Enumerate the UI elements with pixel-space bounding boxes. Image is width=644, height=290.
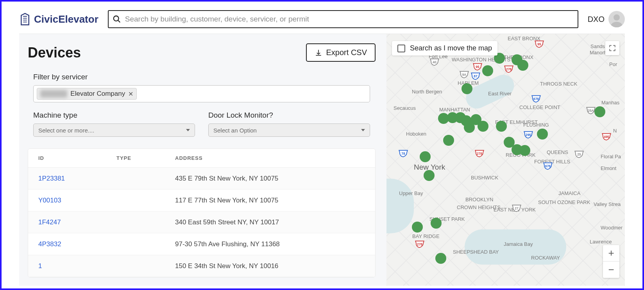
chevron-down-icon <box>186 129 190 131</box>
topbar: CivicElevator DXO <box>19 2 625 34</box>
device-id-link[interactable]: 4P3832 <box>38 240 116 248</box>
device-address: 97-30 57th Ave Flushing, NY 11368 <box>175 240 365 248</box>
servicer-filter-label: Filter by servicer <box>33 73 370 81</box>
servicer-filter-input[interactable]: XXXX Elevator Company ✕ <box>33 85 370 102</box>
page-title: Devices <box>28 45 81 61</box>
brand-logo[interactable]: CivicElevator <box>19 13 98 26</box>
servicer-chip-blurred: XXXX <box>40 90 67 98</box>
fullscreen-icon <box>609 45 616 52</box>
col-type: TYPE <box>116 155 175 161</box>
building-icon <box>19 13 31 26</box>
map-marker[interactable] <box>420 151 431 162</box>
servicer-chip: XXXX Elevator Company ✕ <box>37 88 137 100</box>
map-search-on-move: Search as I move the map <box>392 41 497 55</box>
servicer-chip-remove-icon[interactable]: ✕ <box>128 90 133 98</box>
machine-type-label: Machine type <box>33 111 195 120</box>
map-marker[interactable] <box>478 121 488 132</box>
table-row[interactable]: Y00103117 E 77th St New York, NY 10075 <box>28 190 375 211</box>
map-marker[interactable] <box>594 106 605 117</box>
map-marker[interactable] <box>435 253 446 264</box>
export-csv-button[interactable]: Export CSV <box>306 43 376 62</box>
map-marker[interactable] <box>482 65 493 76</box>
table-row[interactable]: 1P23381435 E 79th St New York, NY 10075 <box>28 168 375 190</box>
device-id-link[interactable]: Y00103 <box>38 197 116 204</box>
search-icon <box>113 15 121 23</box>
door-lock-placeholder: Select an Option <box>213 127 257 134</box>
map-marker[interactable] <box>537 129 548 140</box>
device-id-link[interactable]: 1 <box>38 262 116 270</box>
col-id: ID <box>38 155 116 161</box>
table-row[interactable]: 1150 E 34th St New York, NY 10016 <box>28 255 375 277</box>
brand-name: CivicElevator <box>34 13 98 25</box>
device-address: 340 East 59th Street NY, NY 10017 <box>175 218 365 226</box>
door-lock-select[interactable]: Select an Option <box>208 124 370 137</box>
device-id-link[interactable]: 1P23381 <box>38 175 116 183</box>
map-search-on-move-checkbox[interactable] <box>397 45 405 52</box>
map-marker[interactable] <box>412 222 423 233</box>
svg-line-1 <box>118 20 120 23</box>
zoom-in-button[interactable]: + <box>603 245 619 261</box>
zoom-out-button[interactable]: − <box>603 261 619 278</box>
device-address: 150 E 34th St New York, NY 10016 <box>175 262 365 270</box>
zoom-controls: + − <box>603 245 619 278</box>
chevron-down-icon <box>361 129 365 131</box>
left-panel: Devices Export CSV Filter by servicer XX… <box>19 34 386 286</box>
device-address: 117 E 77th St New York, NY 10075 <box>175 197 365 204</box>
map-marker[interactable] <box>464 122 475 133</box>
avatar <box>608 11 625 27</box>
map-marker[interactable] <box>462 83 472 94</box>
table-row[interactable]: 1F4247340 East 59th Street NY, NY 10017 <box>28 211 375 233</box>
map-panel[interactable]: New YorkMANHATTANBROOKLYNQUEENSFLUSHINGE… <box>386 34 625 286</box>
map-marker[interactable] <box>519 145 530 156</box>
device-address: 435 E 79th St New York, NY 10075 <box>175 175 365 183</box>
map-marker[interactable] <box>443 135 454 146</box>
table-row[interactable]: 4P383297-30 57th Ave Flushing, NY 11368 <box>28 233 375 255</box>
device-id-link[interactable]: 1F4247 <box>38 218 116 226</box>
map-marker[interactable] <box>424 170 435 181</box>
servicer-chip-text: Elevator Company <box>70 90 125 98</box>
door-lock-label: Door Lock Monitor? <box>208 111 370 120</box>
machine-type-select[interactable]: Select one or more.... <box>33 124 195 137</box>
col-address: ADDRESS <box>175 155 365 161</box>
download-icon <box>315 49 322 57</box>
search-input[interactable] <box>108 10 578 28</box>
user-initials: DXO <box>588 15 605 24</box>
svg-point-0 <box>114 16 119 21</box>
map-marker[interactable] <box>517 60 528 71</box>
table-header: ID TYPE ADDRESS <box>28 149 375 168</box>
user-menu[interactable]: DXO <box>588 11 625 27</box>
devices-table: ID TYPE ADDRESS 1P23381435 E 79th St New… <box>28 149 376 277</box>
svg-point-2 <box>614 14 620 21</box>
machine-type-placeholder: Select one or more.... <box>38 127 94 134</box>
export-label: Export CSV <box>326 48 367 57</box>
map-search-on-move-label: Search as I move the map <box>410 44 492 52</box>
map-marker[interactable] <box>496 121 507 132</box>
map-marker[interactable] <box>431 218 442 229</box>
global-search <box>108 10 578 28</box>
fullscreen-button[interactable] <box>605 41 619 55</box>
